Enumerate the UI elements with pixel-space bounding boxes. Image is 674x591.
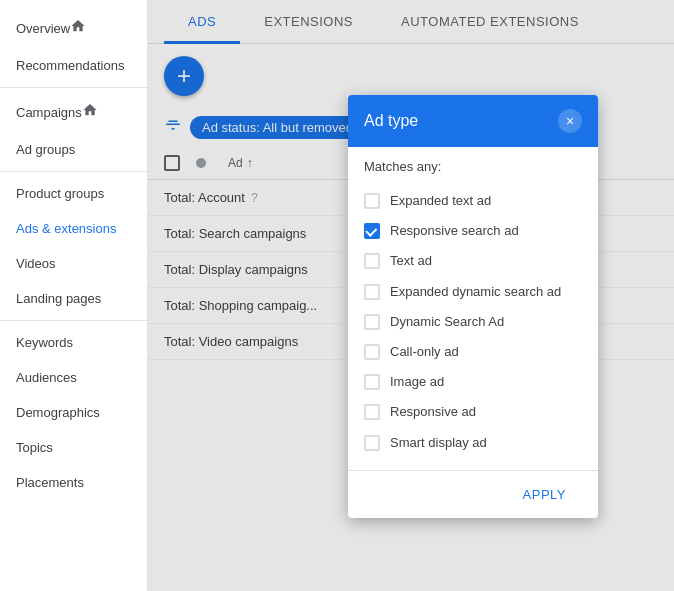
sidebar-item-campaigns[interactable]: Campaigns — [0, 92, 147, 132]
sidebar-item-label: Product groups — [16, 186, 104, 201]
sidebar-item-label: Keywords — [16, 335, 73, 350]
sidebar-item-keywords[interactable]: Keywords — [0, 325, 147, 360]
option-label-expanded-dynamic: Expanded dynamic search ad — [390, 283, 561, 301]
option-checkbox-call-only[interactable] — [364, 344, 380, 360]
home-icon — [82, 102, 98, 122]
sidebar-item-label: Placements — [16, 475, 84, 490]
option-checkbox-dynamic-search[interactable] — [364, 314, 380, 330]
sidebar-item-topics[interactable]: Topics — [0, 430, 147, 465]
option-label-image-ad: Image ad — [390, 373, 444, 391]
matches-label: Matches any: — [364, 159, 582, 174]
sidebar-item-audiences[interactable]: Audiences — [0, 360, 147, 395]
option-checkbox-smart-display[interactable] — [364, 435, 380, 451]
sidebar-item-placements[interactable]: Placements — [0, 465, 147, 500]
sidebar-item-label: Videos — [16, 256, 56, 271]
sidebar-item-label: Ads & extensions — [16, 221, 116, 236]
option-row-expanded-dynamic[interactable]: Expanded dynamic search ad — [364, 277, 582, 307]
option-row-call-only[interactable]: Call-only ad — [364, 337, 582, 367]
modal-footer: APPLY — [348, 470, 598, 518]
option-row-text-ad[interactable]: Text ad — [364, 246, 582, 276]
sidebar-item-label: Topics — [16, 440, 53, 455]
ad-type-modal: Ad type × Matches any: Expanded text adR… — [348, 95, 598, 518]
sidebar-item-videos[interactable]: Videos — [0, 246, 147, 281]
option-checkbox-responsive-search[interactable] — [364, 223, 380, 239]
sidebar-item-label: Landing pages — [16, 291, 101, 306]
sidebar-item-product-groups[interactable]: Product groups — [0, 176, 147, 211]
modal-title: Ad type — [364, 112, 418, 130]
option-checkbox-text-ad[interactable] — [364, 253, 380, 269]
option-row-responsive-search[interactable]: Responsive search ad — [364, 216, 582, 246]
option-label-smart-display: Smart display ad — [390, 434, 487, 452]
option-label-expanded-text: Expanded text ad — [390, 192, 491, 210]
sidebar: OverviewRecommendationsCampaignsAd group… — [0, 0, 148, 591]
sidebar-item-demographics[interactable]: Demographics — [0, 395, 147, 430]
modal-header: Ad type × — [348, 95, 598, 147]
sidebar-item-recommendations[interactable]: Recommendations — [0, 48, 147, 83]
modal-close-button[interactable]: × — [558, 109, 582, 133]
option-label-dynamic-search: Dynamic Search Ad — [390, 313, 504, 331]
option-label-responsive-search: Responsive search ad — [390, 222, 519, 240]
sidebar-item-overview[interactable]: Overview — [0, 8, 147, 48]
sidebar-item-ad-groups[interactable]: Ad groups — [0, 132, 147, 167]
sidebar-item-label: Demographics — [16, 405, 100, 420]
home-icon — [70, 18, 86, 38]
option-checkbox-expanded-dynamic[interactable] — [364, 284, 380, 300]
sidebar-item-landing-pages[interactable]: Landing pages — [0, 281, 147, 316]
option-label-call-only: Call-only ad — [390, 343, 459, 361]
sidebar-item-ads-extensions[interactable]: Ads & extensions — [0, 211, 147, 246]
option-row-image-ad[interactable]: Image ad — [364, 367, 582, 397]
option-checkbox-image-ad[interactable] — [364, 374, 380, 390]
sidebar-item-label: Audiences — [16, 370, 77, 385]
option-checkbox-responsive-ad[interactable] — [364, 404, 380, 420]
option-label-text-ad: Text ad — [390, 252, 432, 270]
main-content: ADSEXTENSIONSAUTOMATED EXTENSIONS + Ad s… — [148, 0, 674, 591]
option-row-smart-display[interactable]: Smart display ad — [364, 428, 582, 458]
option-row-responsive-ad[interactable]: Responsive ad — [364, 397, 582, 427]
sidebar-item-label: Recommendations — [16, 58, 124, 73]
option-row-dynamic-search[interactable]: Dynamic Search Ad — [364, 307, 582, 337]
sidebar-item-label: Campaigns — [16, 105, 82, 120]
apply-button[interactable]: APPLY — [507, 479, 582, 510]
option-row-expanded-text[interactable]: Expanded text ad — [364, 186, 582, 216]
sidebar-item-label: Ad groups — [16, 142, 75, 157]
option-label-responsive-ad: Responsive ad — [390, 403, 476, 421]
modal-body: Matches any: Expanded text adResponsive … — [348, 147, 598, 470]
sidebar-item-label: Overview — [16, 21, 70, 36]
option-checkbox-expanded-text[interactable] — [364, 193, 380, 209]
